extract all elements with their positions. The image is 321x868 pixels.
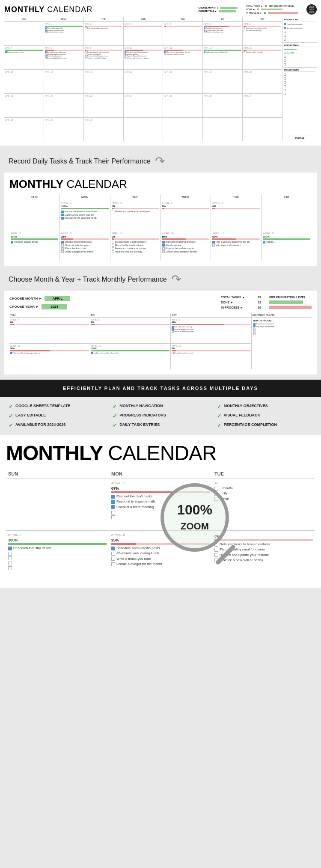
done-bar-label: 5/9 DONE bbox=[284, 136, 315, 140]
check-icon: ✓ bbox=[217, 422, 221, 428]
med-col-wed: WED bbox=[161, 194, 211, 200]
table-row: APRIL, 13 0% Conduct market research bbox=[171, 344, 251, 369]
right-panel: MONTHLY PLANS Finish home renovation Buy… bbox=[282, 17, 317, 141]
section-zoom-calendar: MONTHLY CALENDAR SUN MON TUE APRIL, 1 67… bbox=[0, 435, 321, 588]
mini-plans-panel: MONTHLY PLANS Finish home renovation Buy… bbox=[252, 318, 312, 369]
table-row: APR, 22 bbox=[44, 94, 83, 117]
choose-year-label: CHOOSE YEAR ► bbox=[9, 305, 39, 309]
year-selector[interactable]: 2024 bbox=[42, 304, 67, 309]
med-col-thu: THU bbox=[211, 194, 261, 200]
done-label: DONE ► bbox=[246, 8, 255, 11]
table-row: APR, 16 bbox=[84, 70, 123, 93]
check-icon: ✓ bbox=[113, 422, 117, 428]
month-bar[interactable] bbox=[220, 7, 238, 9]
check-icon: ✓ bbox=[9, 413, 13, 419]
table-row: APR, 4 bbox=[163, 22, 202, 45]
transition-text-2: Choose Month & Year + Track Monthly Perf… bbox=[9, 276, 167, 283]
feature-label: MONTHLY NAVIGATION bbox=[119, 404, 163, 408]
table-row: APR, 24 bbox=[124, 94, 163, 117]
table-row: APR, 6 Need some time to have meals Buy … bbox=[243, 22, 282, 45]
table-row: APRIL, 10 50% Brainstorm marketing strat… bbox=[161, 231, 211, 261]
table-row bbox=[203, 118, 242, 141]
month-selector[interactable]: APRIL bbox=[45, 296, 70, 301]
table-row: APR, 27 bbox=[243, 94, 282, 117]
feature-item: ✓ DAILY TASK ENTRIES bbox=[113, 422, 208, 428]
check-icon: ✓ bbox=[9, 422, 13, 428]
table-row bbox=[262, 200, 312, 230]
mini-col-plans: MONTHLY PLANS bbox=[252, 313, 312, 317]
mini-col-sat: SAT bbox=[171, 313, 251, 317]
table-row: APR, 10 Brainstorm marketing strategies … bbox=[124, 46, 163, 69]
feature-label: MONTHLY OBJECTIVES bbox=[224, 404, 268, 408]
table-row: APR, 5 Call a friend to catch up Read a … bbox=[203, 22, 242, 45]
feature-item: ✓ PROGRESS INDICATORS bbox=[113, 413, 208, 419]
feature-item: ✓ MONTHLY OBJECTIVES bbox=[217, 404, 312, 410]
med-calendar-title: MONTHLY CALENDAR bbox=[9, 178, 312, 191]
zoom-label: 100%ZOOM bbox=[177, 502, 212, 532]
transition-2: Choose Month & Year + Track Monthly Perf… bbox=[0, 266, 321, 291]
table-row: APR, 3 bbox=[124, 22, 163, 45]
feature-item: ✓ MONTHLY NAVIGATION bbox=[113, 404, 208, 410]
mini-col-thu: THU bbox=[9, 313, 90, 317]
table-row: APRIL, 1 100% Practice meditation or min… bbox=[60, 200, 110, 230]
table-row: APR, 9 Delegate tasks to team members Pr… bbox=[84, 46, 123, 69]
transition-1: Record Daily Tasks & Track Their Perform… bbox=[0, 146, 321, 172]
col-fri: FRI bbox=[203, 17, 242, 21]
magnifier-overlay: 100%ZOOM bbox=[160, 483, 246, 569]
choose-month-label: CHOOSE MONTH ► bbox=[9, 297, 42, 300]
header-controls: CHOOSE MONTH ► CHOOSE YEAR ► TOTAL TASKS… bbox=[199, 4, 317, 15]
table-row: APR, 25 bbox=[163, 94, 202, 117]
table-row: APRIL, 11 50% Plan a weekend getaway or … bbox=[211, 231, 261, 261]
table-row: APRIL, 11 100% Update... bbox=[262, 231, 312, 261]
dark-banner-text: EFFICIENTLY PLAN AND TRACK TASKS ACROSS … bbox=[63, 386, 258, 391]
col-tue: TUE bbox=[84, 17, 123, 21]
table-row bbox=[6, 479, 109, 530]
feature-item: ✓ PERCENTAGE COMPLETION bbox=[217, 422, 312, 428]
check-icon: ✓ bbox=[9, 404, 13, 410]
zoom-col-mon: MON bbox=[109, 469, 212, 479]
col-mon: MON bbox=[44, 17, 83, 21]
table-row: APRIL, 4 0% bbox=[211, 200, 261, 230]
feature-item: ✓ GOOGLE SHEETS TEMPLATE bbox=[9, 404, 104, 410]
choose-year-label: CHOOSE YEAR ► bbox=[199, 10, 217, 12]
table-row: APR, 1 Plan out the day's tasks Respond … bbox=[44, 22, 83, 45]
med-col-sun: SUN bbox=[9, 194, 59, 200]
zoom-col-sun: SUN bbox=[6, 469, 109, 479]
year-bar[interactable] bbox=[219, 10, 236, 12]
feature-label: PERCENTAGE COMPLETION bbox=[224, 422, 277, 427]
table-row: APRIL, 6 67% Call a friend to catch up R… bbox=[171, 318, 251, 343]
calendar-header: MONTHLY CALENDAR CHOOSE MONTH ► CHOOSE Y… bbox=[4, 4, 317, 15]
magnifier-handle bbox=[215, 544, 236, 565]
col-sun: SUN bbox=[4, 17, 44, 21]
table-row: APR, 30 bbox=[84, 118, 123, 141]
feature-item: ✓ VISUAL FEEDBACK bbox=[217, 413, 312, 419]
done-val: 13 bbox=[257, 8, 259, 11]
table-row: APR, 15 bbox=[44, 70, 83, 93]
col-sat: SAT bbox=[243, 17, 282, 21]
month-year-controls: CHOOSE MONTH ► CHOOSE YEAR ► bbox=[199, 6, 238, 12]
table-row: APRIL, 12 100% Update your social media … bbox=[90, 344, 171, 369]
table-row: APR, 23 bbox=[84, 94, 123, 117]
feature-label: EASY EDITABLE bbox=[15, 413, 46, 417]
table-row: APR, 29 bbox=[44, 118, 83, 141]
table-row bbox=[4, 22, 44, 45]
table-row: APRIL, 11 50% Plan a weekend getaway or … bbox=[9, 344, 90, 369]
transition-text-1: Record Daily Tasks & Track Their Perform… bbox=[9, 158, 151, 165]
med-col-mon: MON bbox=[60, 194, 110, 200]
table-row: APR, 8 Schedule social media posts 30-mi… bbox=[44, 46, 83, 69]
controls-top: CHOOSE MONTH ► APRIL CHOOSE YEAR ► 2024 … bbox=[9, 296, 312, 309]
table-row bbox=[9, 200, 59, 230]
arrow-icon-1: ↷ bbox=[155, 154, 165, 168]
table-row: APR, 14 bbox=[4, 70, 44, 93]
table-row: APRIL, 7 100% Research industry trends bbox=[9, 231, 59, 261]
section-full-calendar: MONTHLY CALENDAR CHOOSE MONTH ► CHOOSE Y… bbox=[0, 0, 321, 146]
in-process-bar bbox=[268, 12, 298, 14]
in-process-label: IN PROCESS ► bbox=[246, 12, 262, 14]
med-col-tue: TUE bbox=[110, 194, 160, 200]
table-row bbox=[163, 118, 202, 141]
table-row: APRIL, 3 0% bbox=[161, 200, 211, 230]
feature-item: ✓ AVAILABLE FOR 2024-2026 bbox=[9, 422, 104, 428]
monthly-goals-title: MONTHLY GOALS bbox=[284, 44, 315, 47]
table-row: APR, 20 bbox=[243, 70, 282, 93]
feature-label: PROGRESS INDICATORS bbox=[119, 413, 166, 417]
